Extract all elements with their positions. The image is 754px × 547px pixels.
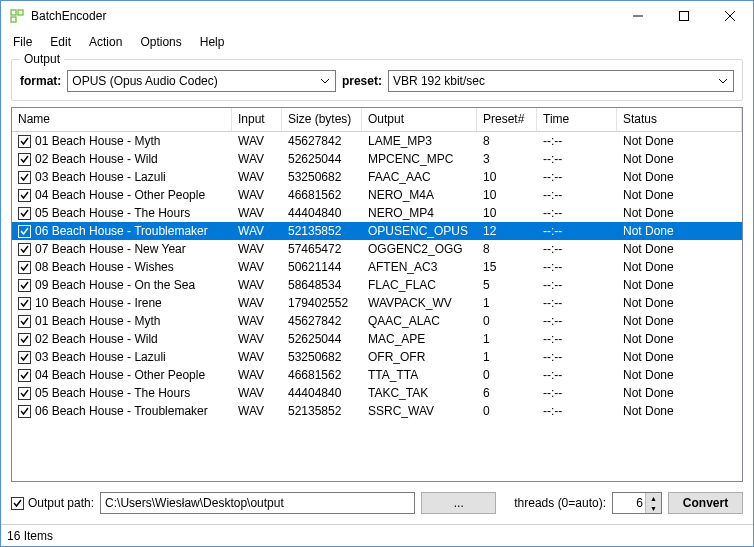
bottom-bar: Output path: C:\Users\Wiesław\Desktop\ou… — [11, 490, 743, 516]
table-row[interactable]: 01 Beach House - MythWAV45627842LAME_MP3… — [12, 132, 742, 150]
row-input: WAV — [232, 404, 282, 418]
row-checkbox[interactable] — [18, 225, 31, 238]
browse-button[interactable]: ... — [421, 492, 496, 514]
row-preset: 6 — [477, 386, 537, 400]
row-time: --:-- — [537, 314, 617, 328]
menu-action[interactable]: Action — [81, 33, 130, 51]
menu-options[interactable]: Options — [132, 33, 189, 51]
row-name: 03 Beach House - Lazuli — [35, 170, 166, 184]
row-checkbox[interactable] — [18, 333, 31, 346]
row-name: 03 Beach House - Lazuli — [35, 350, 166, 364]
column-header[interactable]: Input — [232, 108, 282, 131]
output-path-checkbox[interactable] — [11, 497, 24, 510]
list-body[interactable]: 01 Beach House - MythWAV45627842LAME_MP3… — [12, 132, 742, 481]
row-checkbox[interactable] — [18, 351, 31, 364]
table-row[interactable]: 04 Beach House - Other PeopleWAV46681562… — [12, 186, 742, 204]
maximize-button[interactable] — [661, 1, 707, 31]
column-header[interactable]: Output — [362, 108, 477, 131]
row-status: Not Done — [617, 152, 742, 166]
svg-rect-0 — [11, 10, 16, 15]
row-checkbox[interactable] — [18, 135, 31, 148]
row-checkbox[interactable] — [18, 189, 31, 202]
row-status: Not Done — [617, 404, 742, 418]
row-checkbox[interactable] — [18, 369, 31, 382]
output-path-value: C:\Users\Wiesław\Desktop\output — [105, 496, 284, 510]
row-output: MPCENC_MPC — [362, 152, 477, 166]
table-row[interactable]: 07 Beach House - New YearWAV57465472OGGE… — [12, 240, 742, 258]
output-path-input[interactable]: C:\Users\Wiesław\Desktop\output — [100, 492, 415, 514]
table-row[interactable]: 03 Beach House - LazuliWAV53250682FAAC_A… — [12, 168, 742, 186]
table-row[interactable]: 04 Beach House - Other PeopleWAV46681562… — [12, 366, 742, 384]
row-status: Not Done — [617, 134, 742, 148]
row-checkbox[interactable] — [18, 261, 31, 274]
table-row[interactable]: 05 Beach House - The HoursWAV44404840NER… — [12, 204, 742, 222]
close-button[interactable] — [707, 1, 753, 31]
table-row[interactable]: 09 Beach House - On the SeaWAV58648534FL… — [12, 276, 742, 294]
row-size: 52625044 — [282, 332, 362, 346]
table-row[interactable]: 02 Beach House - WildWAV52625044MAC_APE1… — [12, 330, 742, 348]
row-name: 04 Beach House - Other People — [35, 368, 205, 382]
row-checkbox[interactable] — [18, 315, 31, 328]
menu-help[interactable]: Help — [192, 33, 233, 51]
row-status: Not Done — [617, 260, 742, 274]
row-checkbox[interactable] — [18, 387, 31, 400]
column-header[interactable]: Name — [12, 108, 232, 131]
row-output: TTA_TTA — [362, 368, 477, 382]
row-input: WAV — [232, 260, 282, 274]
row-checkbox[interactable] — [18, 171, 31, 184]
row-size: 50621144 — [282, 260, 362, 274]
row-checkbox[interactable] — [18, 243, 31, 256]
minimize-button[interactable] — [615, 1, 661, 31]
row-name: 05 Beach House - The Hours — [35, 206, 190, 220]
format-combo[interactable]: OPUS (Opus Audio Codec) — [67, 70, 336, 92]
column-header[interactable]: Preset# — [477, 108, 537, 131]
spin-down-button[interactable]: ▼ — [646, 503, 661, 513]
row-time: --:-- — [537, 188, 617, 202]
row-checkbox[interactable] — [18, 279, 31, 292]
row-checkbox[interactable] — [18, 153, 31, 166]
menu-edit[interactable]: Edit — [42, 33, 79, 51]
row-time: --:-- — [537, 152, 617, 166]
row-status: Not Done — [617, 386, 742, 400]
table-row[interactable]: 01 Beach House - MythWAV45627842QAAC_ALA… — [12, 312, 742, 330]
table-row[interactable]: 06 Beach House - TroublemakerWAV52135852… — [12, 402, 742, 420]
row-status: Not Done — [617, 314, 742, 328]
row-time: --:-- — [537, 350, 617, 364]
column-header[interactable]: Time — [537, 108, 617, 131]
row-preset: 8 — [477, 134, 537, 148]
row-status: Not Done — [617, 368, 742, 382]
row-checkbox[interactable] — [18, 405, 31, 418]
threads-label: threads (0=auto): — [514, 496, 606, 510]
row-preset: 3 — [477, 152, 537, 166]
table-row[interactable]: 05 Beach House - The HoursWAV44404840TAK… — [12, 384, 742, 402]
status-text: 16 Items — [7, 529, 53, 543]
column-header[interactable]: Size (bytes) — [282, 108, 362, 131]
row-output: OPUSENC_OPUS — [362, 224, 477, 238]
threads-spinner[interactable]: 6 ▲ ▼ — [612, 492, 662, 514]
row-name: 06 Beach House - Troublemaker — [35, 224, 208, 238]
row-preset: 8 — [477, 242, 537, 256]
table-row[interactable]: 10 Beach House - IreneWAV179402552WAVPAC… — [12, 294, 742, 312]
row-status: Not Done — [617, 170, 742, 184]
window-title: BatchEncoder — [31, 9, 106, 23]
row-input: WAV — [232, 224, 282, 238]
table-row[interactable]: 02 Beach House - WildWAV52625044MPCENC_M… — [12, 150, 742, 168]
table-row[interactable]: 08 Beach House - WishesWAV50621144AFTEN_… — [12, 258, 742, 276]
row-output: TAKC_TAK — [362, 386, 477, 400]
table-row[interactable]: 06 Beach House - TroublemakerWAV52135852… — [12, 222, 742, 240]
row-name: 07 Beach House - New Year — [35, 242, 186, 256]
row-time: --:-- — [537, 368, 617, 382]
row-checkbox[interactable] — [18, 207, 31, 220]
table-row[interactable]: 03 Beach House - LazuliWAV53250682OFR_OF… — [12, 348, 742, 366]
row-status: Not Done — [617, 224, 742, 238]
spin-up-button[interactable]: ▲ — [646, 493, 661, 503]
row-name: 02 Beach House - Wild — [35, 152, 158, 166]
row-size: 58648534 — [282, 278, 362, 292]
row-checkbox[interactable] — [18, 297, 31, 310]
preset-combo[interactable]: VBR 192 kbit/sec — [388, 70, 734, 92]
convert-button[interactable]: Convert — [668, 492, 743, 514]
menu-file[interactable]: File — [5, 33, 40, 51]
row-output: OGGENC2_OGG — [362, 242, 477, 256]
row-size: 179402552 — [282, 296, 362, 310]
column-header[interactable]: Status — [617, 108, 742, 131]
